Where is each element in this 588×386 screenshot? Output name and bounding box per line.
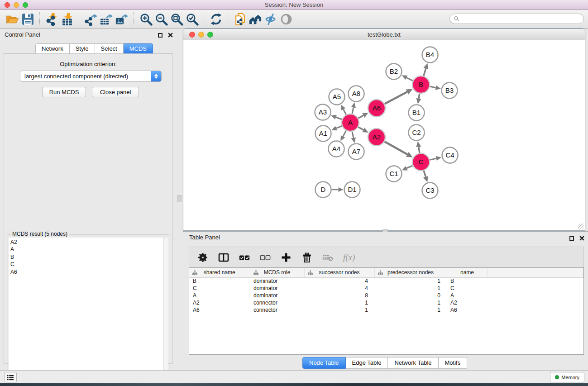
table-cell[interactable]: 1: [304, 306, 374, 314]
table-cell[interactable]: A: [447, 292, 488, 299]
duplicate-network-icon[interactable]: [232, 12, 248, 26]
table-cell[interactable]: 1: [304, 299, 374, 306]
close-panel-button[interactable]: Close panel: [92, 87, 139, 97]
graph-node-C3[interactable]: C3: [422, 183, 438, 199]
table-cell[interactable]: C: [189, 285, 250, 292]
table-row[interactable]: A2connector11A2: [189, 299, 583, 306]
graph-node-D[interactable]: D: [316, 182, 331, 198]
export-table-icon[interactable]: [99, 12, 114, 26]
graph-node-A8[interactable]: A8: [349, 86, 364, 102]
table-cell[interactable]: A2: [447, 299, 488, 306]
result-list-scrollbar[interactable]: [163, 238, 168, 386]
tab-style[interactable]: Style: [70, 43, 95, 54]
tab-mcds[interactable]: MCDS: [124, 43, 153, 54]
graph-node-A[interactable]: A: [342, 114, 359, 131]
graph-node-C2[interactable]: C2: [409, 125, 425, 141]
close-panel-icon[interactable]: [168, 31, 173, 39]
open-file-icon[interactable]: [5, 12, 20, 26]
deselect-all-icon[interactable]: [260, 252, 271, 263]
table-cell[interactable]: 8: [304, 292, 374, 299]
table-cell[interactable]: 1: [374, 285, 447, 292]
delete-column-icon[interactable]: [301, 252, 312, 263]
close-network-button[interactable]: [189, 32, 195, 38]
graph-node-A6[interactable]: A6: [368, 100, 385, 117]
splitter-grip[interactable]: [177, 195, 182, 202]
tab-network[interactable]: Network: [35, 43, 70, 54]
resize-grip-icon[interactable]: [578, 224, 584, 229]
column-header-successor-nodes[interactable]: successor nodes: [304, 268, 374, 277]
network-graph[interactable]: B4B2BB3A8A5A6A3B1AA1C2A2A4A7C4CC1DD1C3: [184, 41, 584, 230]
table-cell[interactable]: connector: [250, 299, 304, 306]
graph-node-B1[interactable]: B1: [409, 105, 425, 121]
network-window-controls[interactable]: [189, 32, 213, 38]
show-graphics-details-icon[interactable]: [278, 12, 294, 26]
table-row[interactable]: Bdominator41B: [189, 277, 583, 285]
import-network-icon[interactable]: [44, 12, 59, 26]
zoom-out-icon[interactable]: [153, 12, 169, 26]
float-panel-icon[interactable]: [569, 236, 574, 241]
save-session-icon[interactable]: [20, 12, 35, 26]
table-cell[interactable]: connector: [250, 306, 304, 314]
network-window-titlebar[interactable]: testGlobe.txt: [183, 29, 585, 40]
node-table[interactable]: shared nameMCDS rolesuccessor nodesprede…: [189, 267, 584, 355]
delete-table-icon[interactable]: [322, 252, 333, 263]
table-cell[interactable]: A6: [447, 306, 488, 314]
table-cell[interactable]: dominator: [250, 292, 304, 299]
table-cell[interactable]: B: [189, 277, 250, 285]
run-mcds-button[interactable]: Run MCDS: [42, 87, 86, 97]
table-cell[interactable]: 1: [374, 306, 447, 314]
export-network-icon[interactable]: [83, 12, 99, 26]
graph-node-A3[interactable]: A3: [315, 105, 331, 120]
minimize-network-button[interactable]: [198, 32, 204, 38]
criterion-dropdown[interactable]: largest connected component (directed): [20, 71, 162, 82]
minimize-window-button[interactable]: [14, 2, 19, 8]
table-row[interactable]: Cdominator41C: [189, 285, 583, 292]
search-field[interactable]: [449, 14, 584, 24]
result-list-item[interactable]: A6: [10, 268, 164, 276]
table-cell[interactable]: dominator: [250, 285, 304, 292]
column-header-MCDS-role[interactable]: MCDS role: [250, 268, 304, 277]
tab-motifs[interactable]: Motifs: [439, 357, 468, 369]
tab-network-table[interactable]: Network Table: [388, 357, 438, 369]
graph-node-C1[interactable]: C1: [386, 166, 402, 182]
result-list-item[interactable]: B: [10, 253, 164, 261]
graph-node-A2[interactable]: A2: [368, 129, 385, 146]
graph-node-B[interactable]: B: [412, 76, 430, 93]
export-image-icon[interactable]: [114, 12, 129, 26]
graph-node-B4[interactable]: B4: [422, 47, 438, 63]
table-cell[interactable]: 4: [304, 277, 374, 285]
table-cell[interactable]: A2: [189, 299, 250, 306]
table-cell[interactable]: dominator: [250, 277, 304, 285]
network-overview-icon[interactable]: [248, 12, 263, 26]
vertical-splitter[interactable]: [177, 29, 183, 370]
result-list-item[interactable]: C: [10, 261, 164, 268]
close-window-button[interactable]: [5, 2, 10, 8]
select-all-icon[interactable]: [239, 252, 250, 263]
network-canvas[interactable]: B4B2BB3A8A5A6A3B1AA1C2A2A4A7C4CC1DD1C3: [184, 41, 584, 230]
graph-node-C[interactable]: C: [412, 153, 430, 171]
graph-node-A1[interactable]: A1: [316, 126, 331, 142]
result-list-item[interactable]: A2: [10, 238, 164, 246]
column-header-shared-name[interactable]: shared name: [189, 268, 250, 277]
table-cell[interactable]: C: [447, 285, 488, 292]
column-header-name[interactable]: name: [447, 268, 488, 277]
table-cell[interactable]: 0: [374, 292, 447, 299]
graph-node-A5[interactable]: A5: [329, 89, 345, 105]
window-controls[interactable]: [5, 2, 28, 8]
table-row[interactable]: A6connector11A6: [189, 306, 583, 314]
tab-node-table[interactable]: Node Table: [302, 357, 346, 369]
function-builder-button[interactable]: f(x): [343, 253, 355, 262]
table-row[interactable]: Adominator80A: [189, 292, 583, 299]
table-cell[interactable]: 1: [374, 299, 447, 306]
graph-node-B2[interactable]: B2: [386, 64, 402, 80]
task-history-button[interactable]: [4, 372, 17, 382]
zoom-selected-icon[interactable]: [184, 12, 200, 26]
graph-node-A7[interactable]: A7: [349, 144, 364, 160]
tab-edge-table[interactable]: Edge Table: [346, 357, 388, 369]
zoom-window-button[interactable]: [23, 2, 28, 8]
refresh-layout-icon[interactable]: [208, 12, 224, 26]
result-list-item[interactable]: A: [10, 246, 164, 253]
search-input[interactable]: [459, 16, 583, 22]
add-column-icon[interactable]: [281, 252, 292, 263]
float-panel-icon[interactable]: [158, 33, 163, 38]
